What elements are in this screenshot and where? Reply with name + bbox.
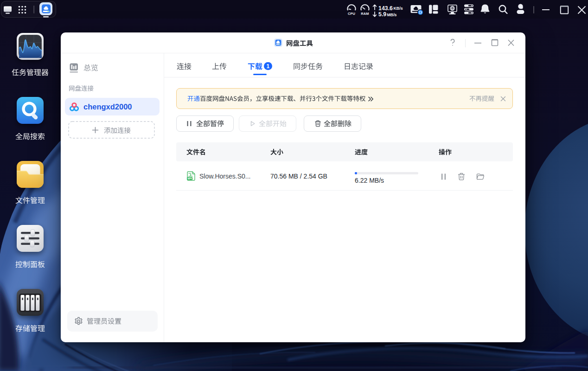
svg-text:RAM: RAM (361, 12, 369, 16)
svg-text:143.6: 143.6 (378, 5, 393, 12)
svg-text:5.9: 5.9 (378, 11, 386, 18)
svg-text:KB/s: KB/s (394, 6, 403, 11)
svg-text:CPU: CPU (348, 12, 355, 16)
svg-text:MP4: MP4 (187, 178, 192, 180)
svg-text:MB/s: MB/s (387, 13, 397, 17)
